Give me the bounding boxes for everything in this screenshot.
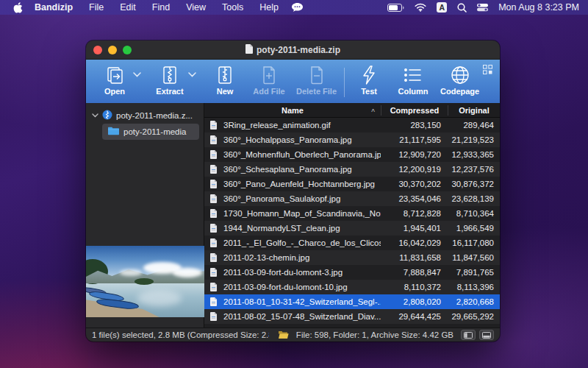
toolbar-label: Column (398, 87, 429, 96)
minimize-button[interactable] (108, 46, 117, 54)
file-compressed: 29,644,425 (381, 312, 447, 321)
sidebar-item-archive-root[interactable]: poty-2011-media.z... (86, 107, 204, 124)
control-center-icon[interactable] (477, 3, 488, 12)
file-icon (204, 268, 223, 277)
file-icon (204, 135, 223, 144)
title-bar[interactable]: poty-2011-media.zip (86, 40, 500, 60)
file-compressed: 12,909,720 (381, 150, 447, 159)
sidebar-folder-label: poty-2011-media (123, 127, 186, 136)
toggle-preview-pane-button[interactable] (479, 330, 494, 340)
column-button[interactable]: Column (396, 65, 430, 96)
file-name: 360°_Hochalppass_Panorama.jpg (223, 135, 381, 144)
toggle-sidebar-button[interactable] (461, 330, 476, 340)
table-row[interactable]: 2011-03-09-fort-du-lomont-10.jpg 8,110,3… (204, 280, 500, 294)
table-row[interactable]: 360°_Pano_Auenfeld_Hochtannberg.jpg 30,3… (204, 177, 500, 191)
apple-menu-icon[interactable] (9, 2, 26, 13)
test-icon (361, 65, 377, 85)
toolbar-label: Codepage (440, 87, 479, 96)
zoom-button[interactable] (123, 46, 132, 54)
codepage-button[interactable]: Codepage (440, 65, 479, 96)
test-button[interactable]: Test (352, 65, 386, 96)
file-original: 30,876,372 (447, 180, 500, 188)
chat-bubble-icon[interactable] (291, 2, 304, 13)
table-row-selected[interactable]: 2011-08-01_10-31-42_Switzerland_Segl-...… (204, 294, 500, 309)
column-icon (404, 65, 423, 85)
file-compressed: 16,042,029 (381, 238, 447, 247)
open-button[interactable]: Open (98, 65, 132, 96)
view-mode-grid-icon[interactable] (483, 64, 492, 77)
file-compressed: 23,354,046 (381, 194, 447, 203)
add-file-button[interactable]: Add File (252, 65, 286, 96)
table-row[interactable]: 360°_Hochalppass_Panorama.jpg 21,117,595… (204, 132, 500, 147)
file-name: 2011-03-09-fort-du-lomont-10.jpg (223, 283, 381, 291)
extract-dropdown-chevron-icon[interactable] (188, 72, 196, 77)
file-icon (204, 165, 223, 174)
table-row[interactable]: 2011-02-13-chemin.jpg 11,831,658 11,847,… (204, 250, 500, 265)
toolbar-label: Add File (253, 87, 284, 96)
menu-edit[interactable]: Edit (112, 0, 144, 15)
menu-bar: Bandizip File Edit Find View Tools Help … (0, 0, 588, 15)
file-compressed: 8,712,828 (381, 209, 447, 218)
window-content: poty-2011-media.z... poty-2011-media (86, 103, 500, 328)
archive-zip-icon (102, 110, 112, 121)
table-row[interactable]: 3Ring_release_animation.gif 283,150 289,… (204, 118, 500, 132)
file-name: 3Ring_release_animation.gif (223, 121, 381, 130)
menu-help[interactable]: Help (251, 0, 287, 15)
column-header-compressed[interactable]: Compressed (381, 106, 448, 115)
file-original: 289,464 (447, 121, 500, 130)
table-row[interactable]: 360°_Panorama_Saulakopf.jpg 23,354,046 2… (204, 191, 500, 206)
extract-button[interactable]: Extract (153, 65, 187, 96)
file-original: 21,219,523 (447, 135, 500, 144)
toolbar: Open Extract New Add File (86, 60, 500, 103)
column-header-name[interactable]: Name ^ (204, 106, 381, 115)
toolbar-label: Delete File (296, 87, 337, 96)
sidebar-item-folder-selected[interactable]: poty-2011-media (102, 124, 199, 140)
delete-file-button[interactable]: Delete File (296, 65, 337, 96)
table-row[interactable]: 2011-03-09-fort-du-lomont-3.jpg 7,888,84… (204, 265, 500, 280)
table-row[interactable]: 360°_Mohnenfluh_Oberlech_Panorama.jpg 12… (204, 147, 500, 162)
file-compressed: 11,831,658 (381, 253, 447, 262)
table-row[interactable]: 2011-08-02_15-07-48_Switzerland_Diav... … (204, 309, 500, 324)
file-name: 2011-08-02_15-07-48_Switzerland_Diav... (223, 312, 381, 321)
table-row[interactable]: 1730_Homann_Map_of_Scandinavia,_Nor... 8… (204, 206, 500, 221)
file-compressed: 8,110,372 (381, 283, 447, 291)
file-compressed: 2,808,020 (381, 297, 447, 306)
file-icon (204, 121, 223, 130)
close-button[interactable] (93, 46, 102, 54)
table-row[interactable]: 1944_NormandyLST_clean.jpg 1,945,401 1,9… (204, 221, 500, 236)
table-row[interactable]: 2011_-_El_Golfo_-_Charco_de_los_Clicos..… (204, 236, 500, 250)
file-compressed: 30,370,202 (381, 180, 447, 188)
file-name: 360°_Mohnenfluh_Oberlech_Panorama.jpg (223, 150, 381, 159)
table-header: Name ^ Compressed Original (204, 103, 500, 118)
chevron-down-icon[interactable] (92, 113, 98, 118)
file-original: 12,933,365 (447, 150, 500, 159)
table-row[interactable]: 360°_Schesaplana_Panorama.jpg 12,200,919… (204, 162, 500, 177)
battery-icon[interactable] (387, 4, 404, 12)
open-dropdown-chevron-icon[interactable] (133, 72, 141, 77)
column-header-original[interactable]: Original (448, 106, 500, 115)
toolbar-label: Extract (156, 87, 183, 96)
file-original: 11,847,560 (447, 253, 500, 262)
file-compressed: 283,150 (381, 121, 447, 130)
file-icon (204, 194, 223, 203)
file-original: 8,710,364 (447, 209, 500, 218)
file-compressed: 21,117,595 (381, 135, 447, 144)
file-icon (204, 297, 223, 306)
menu-view[interactable]: View (178, 0, 214, 15)
preview-island (135, 278, 154, 285)
menu-tools[interactable]: Tools (214, 0, 251, 15)
file-icon (204, 150, 223, 159)
file-name: 360°_Panorama_Saulakopf.jpg (223, 194, 381, 203)
spotlight-search-icon[interactable] (457, 3, 467, 13)
file-original: 23,628,139 (447, 194, 500, 203)
wifi-icon[interactable] (415, 3, 426, 12)
selection-status-text: 1 file(s) selected, 2.8 MB (Compressed S… (92, 330, 269, 339)
new-archive-button[interactable]: New (208, 65, 242, 96)
menu-find[interactable]: Find (144, 0, 178, 15)
menu-file[interactable]: File (81, 0, 112, 15)
input-source-icon[interactable]: A (437, 2, 447, 13)
menu-bar-clock[interactable]: Mon Aug 8 3:23 PM (498, 2, 579, 13)
menu-bandizip[interactable]: Bandizip (26, 0, 81, 15)
file-icon (204, 238, 223, 247)
file-icon (204, 180, 223, 188)
